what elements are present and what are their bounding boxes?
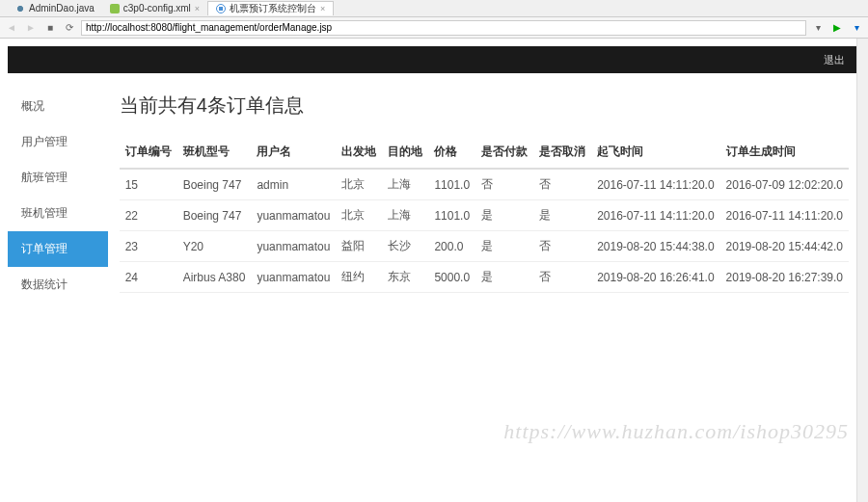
editor-tabs: AdminDao.java c3p0-config.xml × 机票预订系统控制… (0, 0, 868, 17)
content-area: 当前共有4条订单信息 订单编号班机型号用户名出发地目的地价格是否付款是否取消起飞… (108, 73, 860, 304)
table-cell: Airbus A380 (177, 262, 252, 293)
sidebar-item-planes[interactable]: 班机管理 (8, 196, 108, 231)
sidebar-item-flights[interactable]: 航班管理 (8, 160, 108, 196)
table-header-cell: 班机型号 (177, 136, 252, 169)
table-header-cell: 是否取消 (533, 136, 591, 169)
table-cell: 否 (533, 262, 591, 293)
watermark: https://www.huzhan.com/ishop30295 (503, 419, 849, 444)
app-top-bar: 退出 (8, 46, 860, 73)
table-cell: 北京 (336, 200, 382, 231)
table-row[interactable]: 24Airbus A380yuanmamatou纽约东京5000.0是否2019… (120, 262, 849, 293)
table-cell: 200.0 (428, 231, 475, 262)
table-header-cell: 起飞时间 (591, 136, 719, 169)
table-cell: 15 (120, 169, 177, 200)
back-icon[interactable]: ◄ (4, 20, 19, 36)
table-row[interactable]: 23Y20yuanmamatou益阳长沙200.0是否2019-08-20 15… (120, 231, 849, 262)
table-header-cell: 用户名 (251, 136, 336, 169)
table-cell: 上海 (382, 169, 428, 200)
table-cell: 是 (475, 200, 533, 231)
editor-tab-label: c3p0-config.xml (123, 3, 191, 13)
sidebar-item-orders[interactable]: 订单管理 (8, 231, 108, 267)
table-cell: 北京 (336, 169, 382, 200)
address-bar: ◄ ► ■ ⟳ ▾ ▶ ▾ (0, 17, 868, 39)
table-cell: 2016-07-11 14:11:20.0 (591, 169, 719, 200)
sidebar-item-overview[interactable]: 概况 (8, 89, 108, 124)
table-cell: 是 (533, 200, 591, 231)
table-header-cell: 订单生成时间 (720, 136, 849, 169)
table-cell: 5000.0 (428, 262, 475, 293)
sidebar: 概况 用户管理 航班管理 班机管理 订单管理 数据统计 (8, 73, 108, 304)
table-head: 订单编号班机型号用户名出发地目的地价格是否付款是否取消起飞时间订单生成时间 (120, 136, 849, 169)
sidebar-item-users[interactable]: 用户管理 (8, 124, 108, 160)
refresh-icon[interactable]: ⟳ (62, 20, 77, 36)
table-cell: 东京 (382, 262, 428, 293)
table-row[interactable]: 22Boeing 747yuanmamatou北京上海1101.0是是2016-… (120, 200, 849, 231)
table-cell: 益阳 (336, 231, 382, 262)
editor-tab-label: 机票预订系统控制台 (230, 2, 316, 15)
table-cell: 2016-07-11 14:11:20.0 (720, 200, 849, 231)
page-title: 当前共有4条订单信息 (120, 92, 849, 119)
table-cell: 是 (475, 262, 533, 293)
logout-link[interactable]: 退出 (824, 53, 845, 67)
table-header-cell: 出发地 (336, 136, 382, 169)
table-cell: Boeing 747 (177, 200, 252, 231)
table-header-cell: 订单编号 (120, 136, 177, 169)
table-cell: 2019-08-20 15:44:42.0 (720, 231, 849, 262)
table-body: 15Boeing 747admin北京上海1101.0否否2016-07-11 … (120, 169, 849, 293)
table-cell: 是 (475, 231, 533, 262)
table-header-cell: 目的地 (382, 136, 428, 169)
table-cell: 2019-08-20 16:26:41.0 (591, 262, 719, 293)
editor-tab-2[interactable]: 机票预订系统控制台 × (207, 1, 334, 15)
table-cell: Boeing 747 (177, 169, 252, 200)
table-header-cell: 是否付款 (475, 136, 533, 169)
table-cell: Y20 (177, 231, 252, 262)
table-cell: 否 (533, 231, 591, 262)
dropdown-icon[interactable]: ▾ (810, 20, 826, 36)
scrollbar[interactable] (856, 39, 868, 502)
globe-icon (216, 4, 226, 13)
table-row[interactable]: 15Boeing 747admin北京上海1101.0否否2016-07-11 … (120, 169, 849, 200)
stop-icon[interactable]: ■ (42, 20, 58, 36)
go-icon[interactable]: ▶ (829, 20, 845, 36)
table-cell: 2016-07-09 12:02:20.0 (720, 169, 849, 200)
table-cell: 上海 (382, 200, 428, 231)
close-icon[interactable]: × (320, 4, 325, 13)
editor-tab-label: AdminDao.java (29, 3, 95, 13)
table-cell: 否 (475, 169, 533, 200)
java-icon (15, 4, 25, 13)
table-cell: admin (251, 169, 336, 200)
table-cell: yuanmamatou (251, 262, 336, 293)
table-cell: 纽约 (336, 262, 382, 293)
table-header-cell: 价格 (428, 136, 475, 169)
table-cell: yuanmamatou (251, 200, 336, 231)
editor-tab-1[interactable]: c3p0-config.xml × (102, 3, 207, 13)
table-cell: 长沙 (382, 231, 428, 262)
table-cell: 22 (120, 200, 177, 231)
table-cell: 2019-08-20 16:27:39.0 (720, 262, 849, 293)
table-cell: 2019-08-20 15:44:38.0 (591, 231, 719, 262)
table-cell: 否 (533, 169, 591, 200)
editor-tab-0[interactable]: AdminDao.java (8, 3, 102, 13)
table-header-row: 订单编号班机型号用户名出发地目的地价格是否付款是否取消起飞时间订单生成时间 (120, 136, 849, 169)
table-cell: 2016-07-11 14:11:20.0 (591, 200, 719, 231)
sidebar-item-stats[interactable]: 数据统计 (8, 267, 108, 303)
forward-icon[interactable]: ► (23, 20, 39, 36)
table-cell: 23 (120, 231, 177, 262)
xml-icon (110, 4, 120, 13)
more-icon[interactable]: ▾ (849, 20, 864, 36)
table-cell: yuanmamatou (251, 231, 336, 262)
table-cell: 24 (120, 262, 177, 293)
close-icon[interactable]: × (195, 4, 200, 13)
table-cell: 1101.0 (428, 200, 475, 231)
orders-table: 订单编号班机型号用户名出发地目的地价格是否付款是否取消起飞时间订单生成时间 15… (120, 136, 849, 293)
table-cell: 1101.0 (428, 169, 475, 200)
main-layout: 概况 用户管理 航班管理 班机管理 订单管理 数据统计 当前共有4条订单信息 订… (8, 73, 860, 304)
url-input[interactable] (81, 20, 806, 36)
